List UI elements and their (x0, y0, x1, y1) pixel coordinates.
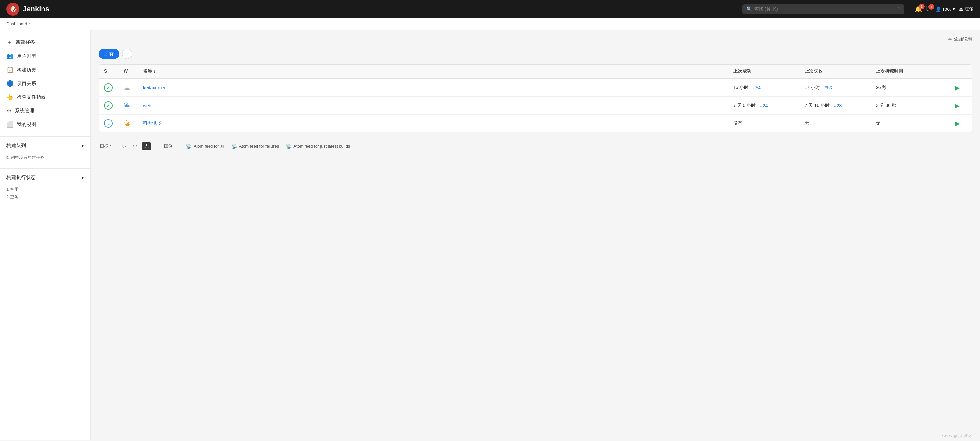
watermark: CSDN @小讨厌龙生 (942, 433, 975, 438)
tab-add-button[interactable]: + (122, 49, 132, 59)
header-actions: 🔔 1 🛡 1 👤 root ▾ ⏏ 注销 (915, 5, 974, 13)
gear-icon: ⚙ (6, 107, 12, 114)
row2-status: ✓ (104, 101, 124, 110)
chevron-down-icon: ▾ (953, 6, 955, 12)
build-queue-header[interactable]: 构建队列 ▾ (0, 139, 91, 152)
app-logo[interactable]: 🐶 Jenkins (6, 3, 49, 16)
build-link-54[interactable]: #54 (753, 85, 760, 90)
icon-size-label: 图标： (100, 143, 113, 149)
breadcrumb-separator: › (29, 21, 30, 26)
row2-last-fail: 7 天 16 小时 #23 (805, 102, 876, 109)
row2-last-success: 7 天 0 小时 #24 (733, 102, 805, 109)
run-button[interactable]: ▶ (955, 120, 959, 127)
row3-name: 科大讯飞 (143, 120, 733, 126)
atom-feed-failures-link[interactable]: 📡 Atom feed for failures (231, 143, 279, 149)
row3-run[interactable]: ▶ (947, 120, 967, 127)
size-medium-button[interactable]: 中 (130, 142, 140, 150)
main-layout: ＋ 新建任务 👥 用户列表 📋 构建历史 🔵 项目关系 👆 检查文件指纹 ⚙ 系… (0, 30, 980, 440)
size-large-button[interactable]: 大 (142, 142, 151, 150)
row1-weather: ☁ (124, 84, 143, 91)
icon-size-group: 小 中 大 (119, 142, 151, 150)
fingerprint-label: 检查文件指纹 (17, 94, 46, 100)
table-header: S W 名称 ↓ 上次成功 上次失败 上次持续时间 (99, 65, 972, 79)
sidebar-item-user-list[interactable]: 👥 用户列表 (0, 50, 91, 63)
sidebar-item-project-relations[interactable]: 🔵 项目关系 (0, 77, 91, 90)
build-queue-collapse-icon: ▾ (81, 143, 84, 149)
sidebar-item-build-history[interactable]: 📋 构建历史 (0, 63, 91, 77)
app-header: 🐶 Jenkins 🔍 ? 🔔 1 🛡 1 👤 root ▾ ⏏ 注销 (0, 0, 980, 18)
build-link-23[interactable]: #23 (834, 103, 842, 108)
new-task-label: 新建任务 (16, 39, 35, 45)
shield-button[interactable]: 🛡 1 (926, 6, 932, 13)
run-button[interactable]: ▶ (955, 84, 959, 91)
row1-last-fail: 17 小时 #53 (805, 85, 876, 91)
add-description-button[interactable]: ✏ 添加说明 (948, 37, 972, 42)
weather-rain-icon: 🌦 (124, 102, 130, 109)
atom-feed-all-link[interactable]: 📡 Atom feed for all (186, 143, 224, 149)
search-input[interactable] (754, 6, 895, 12)
my-views-label: 我的视图 (17, 121, 36, 128)
app-name: Jenkins (23, 5, 49, 13)
row3-last-success: 没有 (733, 120, 805, 126)
row3-last-fail: 无 (805, 120, 876, 126)
sidebar-item-my-views[interactable]: ⬜ 我的视图 (0, 118, 91, 131)
user-list-label: 用户列表 (17, 53, 36, 59)
job-link-web[interactable]: web (143, 103, 151, 108)
col-action (947, 69, 967, 74)
job-link-kedaxunfei[interactable]: kedaxunfei (143, 85, 165, 90)
job-link-kdxf[interactable]: 科大讯飞 (143, 120, 161, 126)
notification-badge: 1 (919, 3, 924, 10)
row3-weather: 🌤 (124, 120, 143, 127)
weather-cloud-icon: ☁ (124, 84, 130, 91)
col-last-fail: 上次失败 (805, 69, 876, 74)
logout-label: 注销 (964, 6, 974, 12)
search-bar[interactable]: 🔍 ? (742, 4, 904, 14)
col-duration: 上次持续时间 (876, 69, 947, 74)
row1-run[interactable]: ▶ (947, 84, 967, 91)
legend-button[interactable]: 图例 (164, 143, 172, 149)
tab-all[interactable]: 所有 (99, 49, 119, 59)
notifications-button[interactable]: 🔔 1 (915, 5, 922, 13)
row1-duration: 26 秒 (876, 85, 947, 91)
build-link-53[interactable]: #53 (824, 85, 832, 90)
row1-status: ✓ (104, 83, 124, 92)
rss-icon: 📡 (231, 143, 237, 149)
build-exec-header[interactable]: 构建执行状态 ▾ (0, 171, 91, 184)
weather-sun-icon: 🌤 (124, 120, 130, 127)
build-queue-title: 构建队列 (6, 142, 26, 149)
relation-icon: 🔵 (6, 80, 14, 87)
atom-failures-label: Atom feed for failures (239, 144, 279, 149)
row2-run[interactable]: ▶ (947, 102, 967, 109)
jobs-table: S W 名称 ↓ 上次成功 上次失败 上次持续时间 ✓ ☁ kedaxunfei (99, 64, 972, 133)
user-icon: 👤 (935, 6, 941, 12)
col-s: S (104, 69, 124, 74)
footer-bar: 图标： 小 中 大 图例 📡 Atom feed for all 📡 Atom … (99, 139, 972, 153)
logo-icon: 🐶 (6, 3, 19, 16)
build-exec-section: 构建执行状态 ▾ 1 空闲 2 空闲 (0, 168, 91, 203)
breadcrumb-dashboard[interactable]: Dashboard (6, 21, 27, 26)
status-running-icon: … (104, 119, 113, 128)
view-tabs: 所有 + (99, 49, 972, 59)
col-w: W (124, 69, 143, 74)
username: root (943, 6, 951, 12)
logout-button[interactable]: ⏏ 注销 (959, 6, 974, 12)
help-icon[interactable]: ? (897, 6, 900, 12)
sidebar-item-new-task[interactable]: ＋ 新建任务 (0, 35, 91, 50)
build-link-24[interactable]: #24 (760, 103, 768, 108)
row2-weather: 🌦 (124, 102, 143, 109)
col-name[interactable]: 名称 ↓ (143, 69, 733, 74)
project-relations-label: 项目关系 (17, 80, 36, 87)
history-icon: 📋 (6, 66, 14, 74)
table-row: ✓ ☁ kedaxunfei 16 小时 #54 17 小时 #53 26 秒 (99, 79, 972, 97)
build-history-label: 构建历史 (17, 67, 36, 73)
user-menu[interactable]: 👤 root ▾ (935, 6, 955, 12)
search-icon: 🔍 (746, 6, 752, 12)
fingerprint-icon: 👆 (6, 94, 14, 101)
size-small-button[interactable]: 小 (119, 142, 129, 150)
executor-1: 1 空闲 (6, 186, 84, 192)
atom-feed-latest-link[interactable]: 📡 Atom feed for just latest builds (285, 143, 350, 149)
views-icon: ⬜ (6, 121, 14, 128)
run-button[interactable]: ▶ (955, 102, 959, 109)
sidebar-item-fingerprint[interactable]: 👆 检查文件指纹 (0, 90, 91, 104)
sidebar-item-system-manage[interactable]: ⚙ 系统管理 (0, 104, 91, 118)
